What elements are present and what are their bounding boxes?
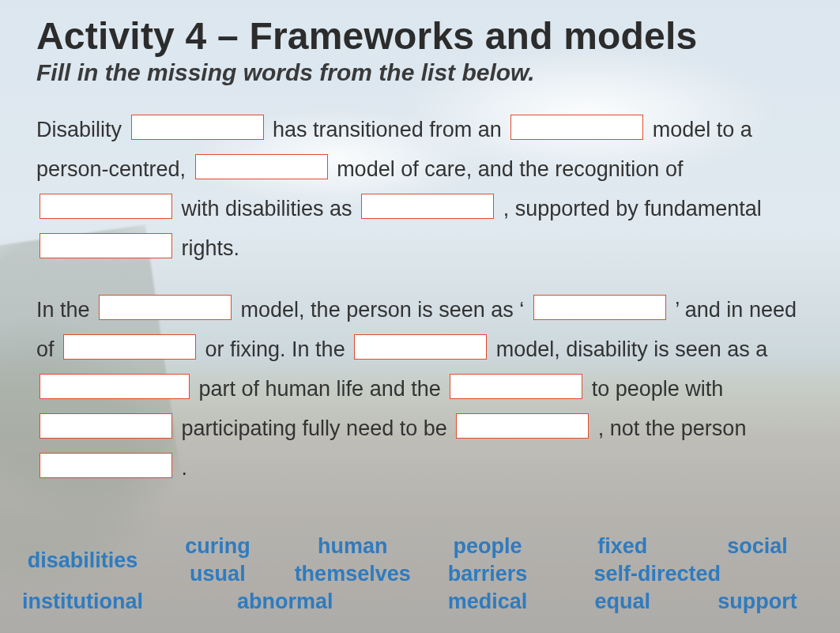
paragraph-1: Disability has transitioned from an mode… (36, 110, 804, 268)
word-institutional[interactable]: institutional (22, 590, 143, 614)
blank-6[interactable] (40, 233, 172, 258)
p1-text-6: , supported by fundamental (503, 197, 762, 220)
blank-13[interactable] (40, 413, 172, 439)
word-human[interactable]: human (292, 534, 413, 559)
p1-text-4: model of care, and the recognition of (337, 157, 683, 181)
blank-3[interactable] (195, 154, 328, 179)
p2-text-4: or fixing. In the (205, 337, 352, 361)
word-abnormal[interactable]: abnormal (157, 590, 413, 614)
p1-text-2: has transitioned from an (273, 118, 507, 141)
p2-text-7: to people with (592, 377, 724, 401)
blank-2[interactable] (510, 115, 643, 140)
word-barriers[interactable]: barriers (428, 562, 548, 586)
p2-text-6: part of human life and the (199, 377, 447, 401)
blank-10[interactable] (354, 334, 487, 360)
slide: Activity 4 – Frameworks and models Fill … (0, 0, 840, 633)
blank-12[interactable] (450, 374, 582, 399)
p2-text-1: In the (36, 298, 96, 322)
p2-text-10: . (182, 456, 188, 480)
word-equal[interactable]: equal (562, 590, 683, 614)
page-subtitle: Fill in the missing words from the list … (36, 59, 804, 86)
paragraph-2: In the model, the person is seen as ‘ ’ … (36, 290, 804, 488)
blank-7[interactable] (99, 295, 232, 320)
word-bank: disabilities curing human people fixed s… (22, 534, 818, 614)
p2-text-5: model, disability is seen as a (496, 337, 768, 361)
word-social[interactable]: social (697, 534, 818, 559)
p2-text-8: participating fully need to be (182, 416, 454, 440)
word-fixed[interactable]: fixed (562, 534, 683, 559)
word-curing[interactable]: curing (157, 534, 278, 559)
blank-5[interactable] (361, 194, 494, 219)
p2-text-9: , not the person (598, 416, 747, 440)
p1-text-7: rights. (182, 236, 240, 260)
word-usual[interactable]: usual (157, 562, 278, 586)
blank-14[interactable] (456, 413, 589, 439)
blank-8[interactable] (533, 295, 666, 320)
p1-text-5: with disabilities as (182, 197, 359, 220)
blank-4[interactable] (40, 194, 172, 219)
p1-text-1: Disability (36, 118, 128, 141)
word-support[interactable]: support (697, 590, 818, 614)
word-themselves[interactable]: themselves (292, 562, 413, 586)
blank-11[interactable] (40, 374, 190, 399)
word-disabilities[interactable]: disabilities (22, 548, 143, 573)
word-medical[interactable]: medical (428, 590, 548, 614)
p2-text-2: model, the person is seen as ‘ (241, 298, 525, 322)
blank-15[interactable] (40, 453, 172, 478)
blank-1[interactable] (131, 115, 264, 140)
blank-9[interactable] (63, 334, 196, 360)
word-people[interactable]: people (428, 534, 548, 559)
page-title: Activity 4 – Frameworks and models (36, 14, 804, 58)
word-self-directed[interactable]: self-directed (562, 562, 818, 586)
